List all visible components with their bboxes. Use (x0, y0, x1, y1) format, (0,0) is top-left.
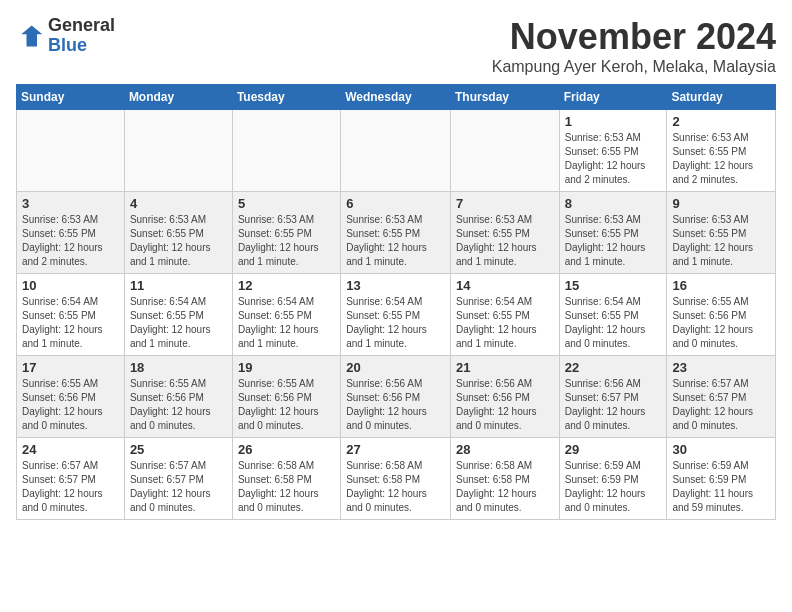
day-info: Sunrise: 6:59 AM Sunset: 6:59 PM Dayligh… (565, 459, 662, 515)
subtitle: Kampung Ayer Keroh, Melaka, Malaysia (492, 58, 776, 76)
calendar-week-row: 10Sunrise: 6:54 AM Sunset: 6:55 PM Dayli… (17, 274, 776, 356)
calendar-cell: 30Sunrise: 6:59 AM Sunset: 6:59 PM Dayli… (667, 438, 776, 520)
day-number: 14 (456, 278, 554, 293)
header-thursday: Thursday (450, 85, 559, 110)
calendar-cell: 18Sunrise: 6:55 AM Sunset: 6:56 PM Dayli… (124, 356, 232, 438)
day-number: 1 (565, 114, 662, 129)
header-saturday: Saturday (667, 85, 776, 110)
logo-icon (16, 22, 44, 50)
calendar-cell: 23Sunrise: 6:57 AM Sunset: 6:57 PM Dayli… (667, 356, 776, 438)
day-number: 8 (565, 196, 662, 211)
day-info: Sunrise: 6:55 AM Sunset: 6:56 PM Dayligh… (22, 377, 119, 433)
header-friday: Friday (559, 85, 667, 110)
calendar-cell (450, 110, 559, 192)
day-info: Sunrise: 6:54 AM Sunset: 6:55 PM Dayligh… (346, 295, 445, 351)
calendar-cell: 21Sunrise: 6:56 AM Sunset: 6:56 PM Dayli… (450, 356, 559, 438)
calendar-table: SundayMondayTuesdayWednesdayThursdayFrid… (16, 84, 776, 520)
day-number: 21 (456, 360, 554, 375)
calendar-week-row: 1Sunrise: 6:53 AM Sunset: 6:55 PM Daylig… (17, 110, 776, 192)
day-number: 9 (672, 196, 770, 211)
day-number: 29 (565, 442, 662, 457)
day-number: 6 (346, 196, 445, 211)
day-number: 28 (456, 442, 554, 457)
calendar-cell: 19Sunrise: 6:55 AM Sunset: 6:56 PM Dayli… (232, 356, 340, 438)
day-number: 5 (238, 196, 335, 211)
day-number: 23 (672, 360, 770, 375)
day-number: 26 (238, 442, 335, 457)
calendar-cell (341, 110, 451, 192)
calendar-week-row: 24Sunrise: 6:57 AM Sunset: 6:57 PM Dayli… (17, 438, 776, 520)
day-number: 22 (565, 360, 662, 375)
day-info: Sunrise: 6:53 AM Sunset: 6:55 PM Dayligh… (565, 131, 662, 187)
calendar-cell: 6Sunrise: 6:53 AM Sunset: 6:55 PM Daylig… (341, 192, 451, 274)
day-info: Sunrise: 6:54 AM Sunset: 6:55 PM Dayligh… (456, 295, 554, 351)
day-info: Sunrise: 6:59 AM Sunset: 6:59 PM Dayligh… (672, 459, 770, 515)
calendar-cell: 17Sunrise: 6:55 AM Sunset: 6:56 PM Dayli… (17, 356, 125, 438)
calendar-header-row: SundayMondayTuesdayWednesdayThursdayFrid… (17, 85, 776, 110)
calendar-cell: 29Sunrise: 6:59 AM Sunset: 6:59 PM Dayli… (559, 438, 667, 520)
calendar-cell: 10Sunrise: 6:54 AM Sunset: 6:55 PM Dayli… (17, 274, 125, 356)
calendar-cell: 2Sunrise: 6:53 AM Sunset: 6:55 PM Daylig… (667, 110, 776, 192)
day-info: Sunrise: 6:58 AM Sunset: 6:58 PM Dayligh… (456, 459, 554, 515)
calendar-cell: 20Sunrise: 6:56 AM Sunset: 6:56 PM Dayli… (341, 356, 451, 438)
logo-general-text: General (48, 15, 115, 35)
calendar-cell: 24Sunrise: 6:57 AM Sunset: 6:57 PM Dayli… (17, 438, 125, 520)
calendar-week-row: 17Sunrise: 6:55 AM Sunset: 6:56 PM Dayli… (17, 356, 776, 438)
day-info: Sunrise: 6:57 AM Sunset: 6:57 PM Dayligh… (130, 459, 227, 515)
day-info: Sunrise: 6:53 AM Sunset: 6:55 PM Dayligh… (565, 213, 662, 269)
calendar-cell: 7Sunrise: 6:53 AM Sunset: 6:55 PM Daylig… (450, 192, 559, 274)
day-info: Sunrise: 6:53 AM Sunset: 6:55 PM Dayligh… (130, 213, 227, 269)
day-number: 19 (238, 360, 335, 375)
day-info: Sunrise: 6:53 AM Sunset: 6:55 PM Dayligh… (238, 213, 335, 269)
calendar-cell: 28Sunrise: 6:58 AM Sunset: 6:58 PM Dayli… (450, 438, 559, 520)
calendar-cell (124, 110, 232, 192)
day-info: Sunrise: 6:56 AM Sunset: 6:56 PM Dayligh… (456, 377, 554, 433)
day-number: 12 (238, 278, 335, 293)
calendar-cell: 9Sunrise: 6:53 AM Sunset: 6:55 PM Daylig… (667, 192, 776, 274)
day-info: Sunrise: 6:55 AM Sunset: 6:56 PM Dayligh… (238, 377, 335, 433)
calendar-cell: 14Sunrise: 6:54 AM Sunset: 6:55 PM Dayli… (450, 274, 559, 356)
calendar-cell: 16Sunrise: 6:55 AM Sunset: 6:56 PM Dayli… (667, 274, 776, 356)
calendar-cell: 4Sunrise: 6:53 AM Sunset: 6:55 PM Daylig… (124, 192, 232, 274)
calendar-cell: 3Sunrise: 6:53 AM Sunset: 6:55 PM Daylig… (17, 192, 125, 274)
day-number: 30 (672, 442, 770, 457)
day-number: 17 (22, 360, 119, 375)
day-info: Sunrise: 6:55 AM Sunset: 6:56 PM Dayligh… (130, 377, 227, 433)
day-number: 25 (130, 442, 227, 457)
day-info: Sunrise: 6:57 AM Sunset: 6:57 PM Dayligh… (672, 377, 770, 433)
calendar-cell: 5Sunrise: 6:53 AM Sunset: 6:55 PM Daylig… (232, 192, 340, 274)
calendar-week-row: 3Sunrise: 6:53 AM Sunset: 6:55 PM Daylig… (17, 192, 776, 274)
title-block: November 2024 Kampung Ayer Keroh, Melaka… (492, 16, 776, 76)
day-info: Sunrise: 6:53 AM Sunset: 6:55 PM Dayligh… (672, 131, 770, 187)
day-number: 15 (565, 278, 662, 293)
day-info: Sunrise: 6:56 AM Sunset: 6:56 PM Dayligh… (346, 377, 445, 433)
day-number: 10 (22, 278, 119, 293)
day-number: 27 (346, 442, 445, 457)
month-title: November 2024 (492, 16, 776, 58)
logo: General Blue (16, 16, 115, 56)
page-header: General Blue November 2024 Kampung Ayer … (16, 16, 776, 76)
calendar-cell: 1Sunrise: 6:53 AM Sunset: 6:55 PM Daylig… (559, 110, 667, 192)
day-number: 16 (672, 278, 770, 293)
calendar-cell (232, 110, 340, 192)
calendar-cell (17, 110, 125, 192)
day-info: Sunrise: 6:53 AM Sunset: 6:55 PM Dayligh… (456, 213, 554, 269)
day-info: Sunrise: 6:53 AM Sunset: 6:55 PM Dayligh… (22, 213, 119, 269)
calendar-cell: 27Sunrise: 6:58 AM Sunset: 6:58 PM Dayli… (341, 438, 451, 520)
header-tuesday: Tuesday (232, 85, 340, 110)
header-sunday: Sunday (17, 85, 125, 110)
day-info: Sunrise: 6:58 AM Sunset: 6:58 PM Dayligh… (238, 459, 335, 515)
day-number: 11 (130, 278, 227, 293)
day-info: Sunrise: 6:55 AM Sunset: 6:56 PM Dayligh… (672, 295, 770, 351)
calendar-cell: 25Sunrise: 6:57 AM Sunset: 6:57 PM Dayli… (124, 438, 232, 520)
logo-blue-text: Blue (48, 35, 87, 55)
day-info: Sunrise: 6:56 AM Sunset: 6:57 PM Dayligh… (565, 377, 662, 433)
day-number: 3 (22, 196, 119, 211)
day-info: Sunrise: 6:54 AM Sunset: 6:55 PM Dayligh… (22, 295, 119, 351)
day-info: Sunrise: 6:58 AM Sunset: 6:58 PM Dayligh… (346, 459, 445, 515)
day-info: Sunrise: 6:54 AM Sunset: 6:55 PM Dayligh… (565, 295, 662, 351)
day-number: 2 (672, 114, 770, 129)
calendar-cell: 13Sunrise: 6:54 AM Sunset: 6:55 PM Dayli… (341, 274, 451, 356)
calendar-cell: 26Sunrise: 6:58 AM Sunset: 6:58 PM Dayli… (232, 438, 340, 520)
calendar-cell: 8Sunrise: 6:53 AM Sunset: 6:55 PM Daylig… (559, 192, 667, 274)
